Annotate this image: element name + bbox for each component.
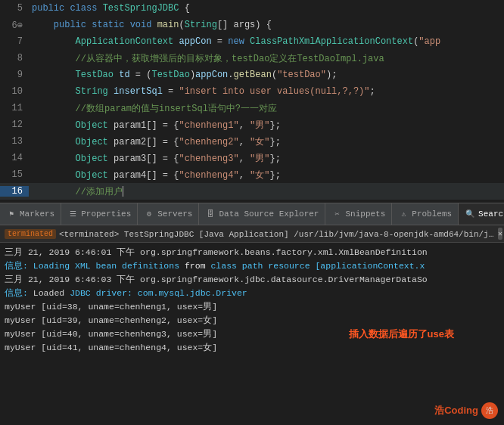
console-area: terminated <terminated> TestSpringJDBC [… [0, 225, 504, 425]
line-num-11: 11 [0, 103, 29, 113]
tab-datasource-label: Data Source Explorer [219, 209, 319, 219]
line-num-10: 10 [0, 86, 29, 97]
watermark: 浩Coding 浩 [434, 402, 498, 419]
code-line-8: 8 //从容器中，获取增强后的目标对象，testDao定义在TestDaoImp… [0, 50, 504, 67]
tab-snippets[interactable]: ✂ Snippets [325, 203, 392, 225]
problems-icon: ⚠ [398, 209, 409, 219]
line-content-6: public static void main(String[] args) { [29, 20, 504, 30]
code-line-9: 9 TestDao td = (TestDao)appCon.getBean("… [0, 67, 504, 83]
code-line-16: 16 //添加用户 [0, 183, 504, 200]
console-line-7: myUser [uid=40, uname=chenheng3, usex=男]… [5, 327, 499, 341]
line-content-5: public class TestSpringJDBC { [29, 3, 504, 14]
line-num-5: 5 [0, 3, 29, 14]
line-content-7: ApplicationContext appCon = new ClassPat… [29, 36, 504, 47]
tab-servers-label: Servers [157, 209, 192, 219]
line-num-14: 14 [0, 153, 29, 163]
tab-snippets-label: Snippets [345, 209, 385, 219]
servers-icon: ⚙ [144, 209, 154, 219]
console-output: 三月 21, 2019 6:46:01 下午 org.springframewo… [0, 243, 504, 358]
tab-bar: ⚑ Markers ☰ Properties ⚙ Servers 🗄 Data … [0, 203, 504, 225]
console-line-2: 信息: Loading XML bean definitions from cl… [5, 259, 499, 273]
code-line-14: 14 Object param3[] = {"chenheng3", "男"}; [0, 150, 504, 166]
search-icon: 🔍 [465, 209, 475, 219]
console-line-3: 三月 21, 2019 6:46:03 下午 org.springframewo… [5, 273, 499, 287]
tab-markers[interactable]: ⚑ Markers [0, 203, 61, 225]
tab-search-label: Search [478, 209, 504, 219]
console-line-1: 三月 21, 2019 6:46:01 下午 org.springframewo… [5, 246, 499, 259]
code-line-10: 10 String insertSql = "insert into user … [0, 83, 504, 100]
console-line-6: myUser [uid=39, uname=chenheng2, usex=女] [5, 314, 499, 327]
close-console-button[interactable]: ✕ [498, 228, 502, 240]
console-line-4: 信息: Loaded JDBC driver: com.mysql.jdbc.D… [5, 287, 499, 300]
console-line-8: myUser [uid=41, uname=chenheng4, usex=女] [5, 341, 499, 355]
watermark-text: 浩Coding [434, 404, 478, 417]
tab-servers[interactable]: ⚙ Servers [138, 203, 199, 225]
properties-icon: ☰ [67, 209, 78, 219]
markers-icon: ⚑ [6, 209, 17, 219]
line-num-9: 9 [0, 70, 29, 80]
code-line-17: 17 td.update(insertSql, param1); [0, 200, 504, 203]
line-num-15: 15 [0, 169, 29, 180]
tab-problems[interactable]: ⚠ Problems [392, 203, 459, 225]
snippets-icon: ✂ [331, 209, 342, 219]
line-num-6: 6⊕ [0, 20, 29, 31]
tab-search[interactable]: 🔍 Search [459, 203, 504, 225]
code-editor[interactable]: 5 public class TestSpringJDBC { 6⊕ publi… [0, 0, 504, 203]
tab-properties[interactable]: ☰ Properties [61, 203, 138, 225]
line-content-14: Object param3[] = {"chenheng3", "男"}; [29, 152, 504, 165]
console-header: terminated <terminated> TestSpringJDBC [… [0, 225, 504, 243]
line-content-15: Object param4[] = {"chenheng4", "女"}; [29, 169, 504, 181]
code-lines: 5 public class TestSpringJDBC { 6⊕ publi… [0, 0, 504, 203]
line-num-12: 12 [0, 119, 29, 130]
datasource-icon: 🗄 [205, 209, 216, 219]
code-line-5: 5 public class TestSpringJDBC { [0, 0, 504, 17]
line-num-16: 16 [0, 186, 29, 197]
watermark-icon: 浩 [481, 402, 498, 419]
line-content-10: String insertSql = "insert into user val… [29, 86, 504, 97]
console-header-left: terminated <terminated> TestSpringJDBC [… [5, 228, 498, 240]
line-content-13: Object param2[] = {"chenheng2", "女"}; [29, 135, 504, 148]
code-line-12: 12 Object param1[] = {"chenheng1", "男"}; [0, 116, 504, 133]
code-line-15: 15 Object param4[] = {"chenheng4", "女"}; [0, 166, 504, 183]
line-num-7: 7 [0, 36, 29, 47]
console-title: <terminated> TestSpringJDBC [Java Applic… [59, 228, 498, 240]
tab-properties-label: Properties [81, 209, 131, 219]
annotation-text: 插入数据后遍历了use表 [349, 327, 454, 341]
line-num-8: 8 [0, 53, 29, 64]
line-content-12: Object param1[] = {"chenheng1", "男"}; [29, 119, 504, 132]
code-line-7: 7 ApplicationContext appCon = new ClassP… [0, 33, 504, 50]
code-line-13: 13 Object param2[] = {"chenheng2", "女"}; [0, 133, 504, 150]
line-content-11: //数组param的值与insertSql语句中?一一对应 [29, 102, 504, 115]
terminated-badge: terminated [5, 229, 56, 239]
line-content-9: TestDao td = (TestDao)appCon.getBean("te… [29, 70, 504, 80]
line-num-13: 13 [0, 136, 29, 147]
console-line-5: myUser [uid=38, uname=chenheng1, usex=男] [5, 300, 499, 314]
tab-problems-label: Problems [412, 209, 452, 219]
tab-markers-label: Markers [20, 209, 54, 219]
line-content-8: //从容器中，获取增强后的目标对象，testDao定义在TestDaoImpl.… [29, 52, 504, 65]
line-content-16: //添加用户 [29, 185, 504, 198]
code-line-6: 6⊕ public static void main(String[] args… [0, 17, 504, 33]
code-line-11: 11 //数组param的值与insertSql语句中?一一对应 [0, 100, 504, 116]
tab-datasource[interactable]: 🗄 Data Source Explorer [199, 203, 325, 225]
